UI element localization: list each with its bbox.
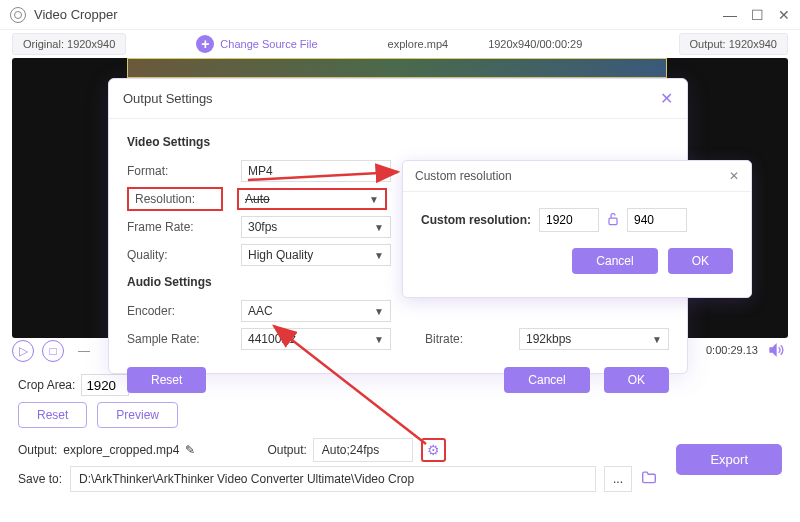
dialog-title: Output Settings <box>123 91 213 106</box>
output-file-name: explore_cropped.mp4 <box>63 443 179 457</box>
reset-settings-button[interactable]: Reset <box>127 367 206 393</box>
popup-close-icon[interactable]: ✕ <box>729 169 739 183</box>
chevron-down-icon: ▼ <box>652 334 662 345</box>
audio-encoder-select[interactable]: AAC▼ <box>241 300 391 322</box>
timeline[interactable]: — <box>78 344 90 358</box>
timecode: 0:00:29.13 <box>706 344 758 356</box>
cancel-settings-button[interactable]: Cancel <box>504 367 589 393</box>
chevron-down-icon: ▼ <box>374 306 384 317</box>
reset-button[interactable]: Reset <box>18 402 87 428</box>
quality-label: Quality: <box>127 248 227 262</box>
output-file-label: Output: <box>18 443 57 457</box>
popup-ok-button[interactable]: OK <box>668 248 733 274</box>
samplerate-label: Sample Rate: <box>127 332 227 346</box>
bitrate-label: Bitrate: <box>425 332 505 346</box>
resolution-select[interactable]: Auto▼ <box>237 188 387 210</box>
resolution-label: Resolution: <box>127 187 223 211</box>
crop-area-label: Crop Area: <box>18 378 75 392</box>
custom-width-input[interactable] <box>539 208 599 232</box>
framerate-label: Frame Rate: <box>127 220 227 234</box>
gear-icon[interactable]: ⚙ <box>427 442 440 458</box>
samplerate-select[interactable]: 44100Hz▼ <box>241 328 391 350</box>
chevron-down-icon: ▼ <box>369 194 379 205</box>
maximize-icon[interactable]: ☐ <box>751 7 764 23</box>
video-settings-heading: Video Settings <box>127 135 669 149</box>
output-preset-value[interactable]: Auto;24fps <box>313 438 413 462</box>
chevron-down-icon: ▼ <box>374 334 384 345</box>
custom-res-label: Custom resolution: <box>421 213 531 227</box>
chevron-down-icon: ▼ <box>374 166 384 177</box>
unlock-icon[interactable] <box>607 212 619 229</box>
stop-button[interactable]: □ <box>42 340 64 362</box>
crop-frame[interactable] <box>127 58 667 78</box>
popup-cancel-button[interactable]: Cancel <box>572 248 657 274</box>
output-dims: Output: 1920x940 <box>679 33 788 55</box>
source-filename: explore.mp4 <box>388 38 449 50</box>
chevron-down-icon: ▼ <box>374 250 384 261</box>
save-path[interactable]: D:\ArkThinker\ArkThinker Video Converter… <box>70 466 596 492</box>
browse-button[interactable]: ... <box>604 466 632 492</box>
chevron-down-icon: ▼ <box>374 222 384 233</box>
play-button[interactable]: ▷ <box>12 340 34 362</box>
export-button[interactable]: Export <box>676 444 782 475</box>
original-dims: Original: 1920x940 <box>12 33 126 55</box>
dims-time: 1920x940/00:00:29 <box>488 38 582 50</box>
bitrate-select[interactable]: 192kbps▼ <box>519 328 669 350</box>
svg-rect-0 <box>609 218 617 225</box>
popup-title: Custom resolution <box>415 169 512 183</box>
minimize-icon[interactable]: ― <box>723 7 737 23</box>
format-label: Format: <box>127 164 227 178</box>
output-preset-label: Output: <box>267 443 306 457</box>
custom-height-input[interactable] <box>627 208 687 232</box>
framerate-select[interactable]: 30fps▼ <box>241 216 391 238</box>
preview-button[interactable]: Preview <box>97 402 178 428</box>
app-title: Video Cropper <box>34 7 118 22</box>
ok-settings-button[interactable]: OK <box>604 367 669 393</box>
edit-icon[interactable]: ✎ <box>185 443 195 457</box>
quality-select[interactable]: High Quality▼ <box>241 244 391 266</box>
save-to-label: Save to: <box>18 472 62 486</box>
audio-encoder-label: Encoder: <box>127 304 227 318</box>
change-source-link[interactable]: Change Source File <box>220 38 317 50</box>
dialog-close-icon[interactable]: ✕ <box>660 89 673 108</box>
custom-resolution-dialog: Custom resolution ✕ Custom resolution: C… <box>402 160 752 298</box>
app-logo <box>10 7 26 23</box>
settings-gear-highlight: ⚙ <box>421 438 446 462</box>
open-folder-icon[interactable] <box>640 470 658 488</box>
format-select[interactable]: MP4▼ <box>241 160 391 182</box>
add-source-icon[interactable]: + <box>196 35 214 53</box>
close-icon[interactable]: ✕ <box>778 7 790 23</box>
volume-icon[interactable] <box>768 342 784 361</box>
